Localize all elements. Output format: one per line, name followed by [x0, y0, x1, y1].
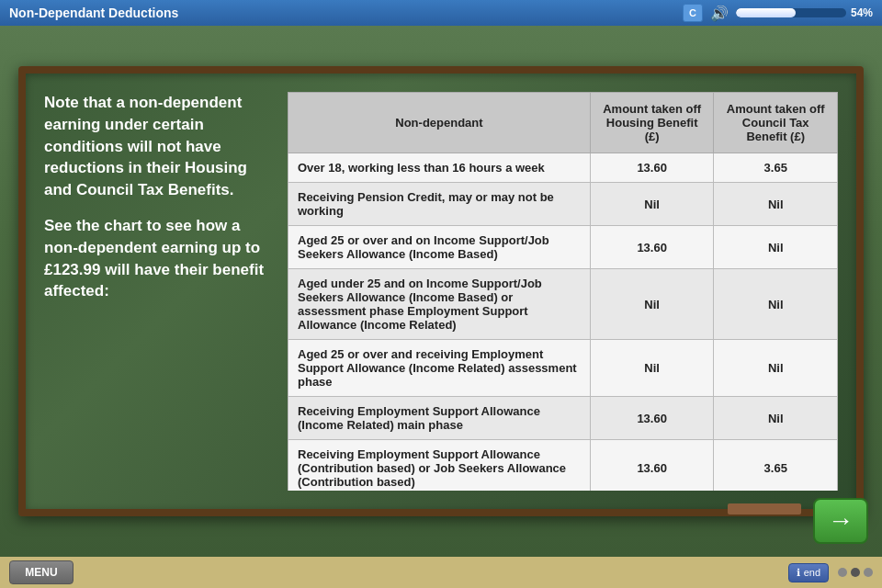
speaker-icon[interactable]: 🔊 [710, 5, 729, 22]
row-council-benefit: Nil [714, 269, 838, 340]
table-body: Over 18, working less than 16 hours a we… [288, 153, 838, 492]
note-text: Note that a non-dependent earning under … [44, 92, 269, 201]
table-row: Receiving Pension Credit, may or may not… [288, 183, 838, 226]
page-title: Non-Dependant Deductions [9, 6, 178, 20]
table-row: Aged 25 or over and on Income Support/Jo… [288, 226, 838, 269]
progress-track [736, 8, 846, 17]
next-arrow-icon: → [828, 506, 854, 536]
row-council-benefit: 3.65 [714, 440, 838, 492]
table-container: Non-dependant Amount taken off Housing B… [288, 92, 838, 491]
row-description: Receiving Employment Support Allowance (… [288, 397, 591, 440]
deductions-table: Non-dependant Amount taken off Housing B… [288, 92, 838, 491]
row-description: Aged 25 or over and on Income Support/Jo… [288, 226, 591, 269]
nav-dot-1[interactable] [838, 568, 847, 577]
bottom-bar: MENU ℹ end [0, 557, 882, 588]
row-council-benefit: Nil [714, 397, 838, 440]
next-button[interactable]: → [813, 498, 868, 544]
nav-dots [838, 568, 873, 577]
chalkboard: Note that a non-dependent earning under … [18, 66, 864, 516]
menu-button[interactable]: MENU [9, 560, 74, 584]
table-row: Aged 25 or over and receiving Employment… [288, 340, 838, 397]
progress-fill [736, 8, 796, 17]
col-header-council: Amount taken off Council Tax Benefit (£) [714, 93, 838, 153]
row-housing-benefit: 13.60 [590, 440, 714, 492]
row-description: Aged 25 or over and receiving Employment… [288, 340, 591, 397]
chart-text: See the chart to see how a non-dependent… [44, 215, 269, 302]
row-council-benefit: Nil [714, 226, 838, 269]
nav-dot-2[interactable] [851, 568, 860, 577]
top-controls: C 🔊 54% [683, 4, 873, 22]
main-content: Note that a non-dependent earning under … [0, 26, 882, 557]
table-row: Over 18, working less than 16 hours a we… [288, 153, 838, 183]
end-label: end [804, 567, 820, 578]
row-description: Over 18, working less than 16 hours a we… [288, 153, 591, 183]
nav-dot-3[interactable] [864, 568, 873, 577]
row-council-benefit: Nil [714, 183, 838, 226]
table-row: Receiving Employment Support Allowance (… [288, 397, 838, 440]
row-description: Receiving Employment Support Allowance (… [288, 440, 591, 492]
table-row: Aged under 25 and on Income Support/Job … [288, 269, 838, 340]
top-bar: Non-Dependant Deductions C 🔊 54% [0, 0, 882, 26]
col-header-nondependant: Non-dependant [288, 93, 591, 153]
bottom-right-controls: ℹ end [788, 563, 873, 582]
row-council-benefit: Nil [714, 340, 838, 397]
progress-label: 54% [851, 6, 873, 19]
table-row: Receiving Employment Support Allowance (… [288, 440, 838, 492]
table-header-row: Non-dependant Amount taken off Housing B… [288, 93, 838, 153]
row-council-benefit: 3.65 [714, 153, 838, 183]
row-housing-benefit: 13.60 [590, 226, 714, 269]
chalk-tray [728, 503, 801, 514]
info-icon: ℹ [797, 567, 800, 579]
row-housing-benefit: Nil [590, 340, 714, 397]
row-description: Aged under 25 and on Income Support/Job … [288, 269, 591, 340]
left-panel: Note that a non-dependent earning under … [44, 92, 269, 491]
row-housing-benefit: Nil [590, 183, 714, 226]
row-description: Receiving Pension Credit, may or may not… [288, 183, 591, 226]
row-housing-benefit: Nil [590, 269, 714, 340]
c-button[interactable]: C [683, 4, 703, 22]
progress-bar-container: 54% [736, 6, 873, 19]
col-header-housing: Amount taken off Housing Benefit (£) [590, 93, 714, 153]
row-housing-benefit: 13.60 [590, 153, 714, 183]
end-button[interactable]: ℹ end [788, 563, 829, 582]
row-housing-benefit: 13.60 [590, 397, 714, 440]
